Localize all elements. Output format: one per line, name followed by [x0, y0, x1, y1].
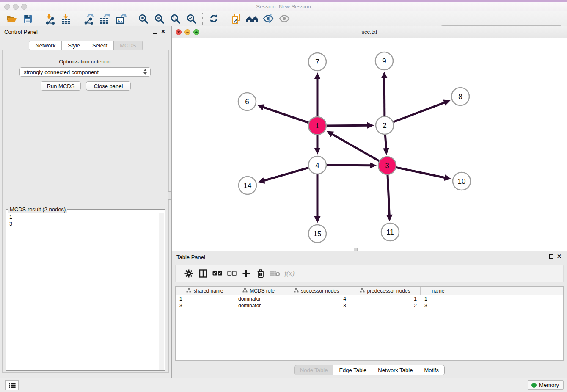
edge-2-8[interactable]	[392, 102, 446, 122]
table-cell[interactable]: 4	[283, 295, 350, 302]
table-cell[interactable]: 3	[176, 302, 234, 309]
function-builder-icon[interactable]: f(x)	[282, 267, 297, 280]
memory-button[interactable]: Memory	[528, 380, 564, 390]
edge-arrowhead	[381, 72, 388, 78]
table-row[interactable]: 3dominator323	[176, 302, 563, 309]
tab-network[interactable]: Network	[29, 41, 62, 50]
zoom-out-icon[interactable]	[151, 12, 167, 25]
export-image-icon[interactable]	[113, 12, 129, 25]
column-type-icon	[186, 288, 191, 294]
export-network-icon[interactable]	[80, 12, 96, 25]
edge-arrowhead	[314, 148, 321, 155]
select-all-icon[interactable]	[210, 267, 225, 280]
apply-layout-icon[interactable]	[206, 12, 222, 25]
export-table-icon[interactable]	[96, 12, 113, 25]
table-cell[interactable]: 3	[283, 302, 350, 309]
import-table-icon[interactable]	[58, 12, 74, 25]
float-panel-icon[interactable]	[153, 30, 157, 34]
tab-node-table[interactable]: Node Table	[294, 365, 334, 375]
column-type-icon	[242, 288, 248, 294]
tab-edge-table[interactable]: Edge Table	[333, 365, 372, 375]
zoom-in-icon[interactable]	[135, 12, 151, 25]
toolbar-separator	[77, 13, 77, 25]
tab-network-table[interactable]: Network Table	[372, 365, 418, 375]
edge-2-3[interactable]	[385, 133, 386, 149]
table-toolbar: f(x)	[175, 265, 564, 282]
table-panel-header: Table Panel ✕	[172, 251, 567, 263]
column-type-icon	[294, 288, 299, 294]
table-row[interactable]: 1dominator411	[176, 295, 563, 302]
edge-4-14[interactable]	[263, 167, 309, 181]
edge-3-10[interactable]	[395, 167, 446, 178]
column-label: MCDS role	[250, 288, 275, 294]
horizontal-splitter-handle[interactable]	[354, 248, 358, 251]
deselect-all-icon[interactable]	[225, 267, 239, 280]
node-label-3: 3	[385, 162, 389, 170]
select-stepper-icon	[143, 69, 147, 75]
add-column-icon[interactable]	[239, 267, 253, 280]
column-header-mcds-role[interactable]: MCDS role	[234, 287, 283, 295]
table-panel: Table Panel ✕	[172, 251, 567, 378]
delete-table-icon[interactable]	[268, 267, 282, 280]
column-header-successor-nodes[interactable]: successor nodes	[283, 287, 350, 295]
network-canvas[interactable]: 7968124314101511	[172, 38, 567, 251]
edge-3-11[interactable]	[388, 174, 389, 216]
float-table-panel-icon[interactable]	[549, 254, 553, 259]
show-hidden-icon[interactable]	[276, 12, 292, 25]
edge-1-2[interactable]	[325, 125, 369, 126]
delete-column-icon[interactable]	[253, 267, 268, 280]
column-header-name[interactable]: name	[421, 287, 456, 295]
criterion-select[interactable]: strongly connected component	[19, 67, 151, 77]
import-network-icon[interactable]	[42, 12, 58, 25]
mcds-result-box: MCDS result (2 nodes) 1 3	[6, 209, 165, 371]
control-panel-header: Control Panel ✕	[0, 26, 171, 38]
node-label-10: 10	[458, 177, 466, 185]
network-titlebar[interactable]: ✕ − + scc.txt	[172, 26, 567, 38]
tab-mcds[interactable]: MCDS	[114, 41, 142, 50]
table-cell[interactable]: 1	[421, 295, 456, 302]
close-panel-icon[interactable]: ✕	[161, 28, 165, 35]
clone-network-icon[interactable]	[228, 12, 244, 25]
titlebar: Session: New Session	[0, 2, 567, 11]
tab-select[interactable]: Select	[86, 41, 114, 50]
toggle-columns-icon[interactable]	[196, 267, 210, 280]
application-window: Session: New Session	[0, 0, 567, 392]
show-all-views-icon[interactable]	[244, 12, 260, 25]
column-header-shared-name[interactable]: shared name	[176, 287, 234, 295]
node-table[interactable]: shared nameMCDS rolesuccessor nodesprede…	[175, 286, 564, 361]
open-session-icon[interactable]	[3, 12, 19, 25]
table-cell[interactable]: dominator	[234, 295, 283, 302]
close-panel-button[interactable]: Close panel	[86, 81, 131, 91]
toolbar-separator	[225, 13, 225, 25]
column-header-predecessor-nodes[interactable]: predecessor nodes	[350, 287, 421, 295]
table-cell[interactable]: 1	[350, 295, 421, 302]
table-cell[interactable]: 1	[176, 295, 234, 302]
table-cell[interactable]: 2	[350, 302, 421, 309]
toolbar-separator	[202, 13, 203, 25]
run-mcds-button[interactable]: Run MCDS	[41, 81, 81, 91]
save-session-icon[interactable]	[19, 12, 36, 25]
control-panel: Control Panel ✕ NetworkStyleSelectMCDS O…	[0, 26, 171, 378]
edge-2-9[interactable]	[384, 77, 385, 117]
result-scrollbar[interactable]	[159, 213, 164, 370]
zoom-fit-icon[interactable]	[167, 12, 183, 25]
tab-motifs[interactable]: Motifs	[418, 365, 445, 375]
vertical-splitter-handle[interactable]	[168, 191, 171, 200]
zoom-selected-icon[interactable]	[183, 12, 199, 25]
close-table-panel-icon[interactable]: ✕	[557, 253, 561, 259]
edge-1-6[interactable]	[262, 107, 310, 123]
node-label-11: 11	[386, 228, 394, 236]
control-panel-title: Control Panel	[4, 29, 38, 35]
node-label-6: 6	[245, 98, 249, 106]
column-header-filler	[456, 287, 563, 295]
task-history-button[interactable]	[5, 380, 19, 390]
table-body: 1dominator4113dominator323	[176, 295, 563, 309]
edge-4-3[interactable]	[325, 165, 371, 166]
edge-arrowhead	[258, 177, 265, 183]
hide-selected-icon[interactable]	[260, 12, 276, 25]
table-cell[interactable]: dominator	[234, 302, 283, 309]
table-cell[interactable]: 3	[421, 302, 456, 309]
tab-style[interactable]: Style	[62, 41, 86, 50]
edge-3-1[interactable]	[331, 134, 380, 162]
column-settings-icon[interactable]	[182, 267, 196, 280]
